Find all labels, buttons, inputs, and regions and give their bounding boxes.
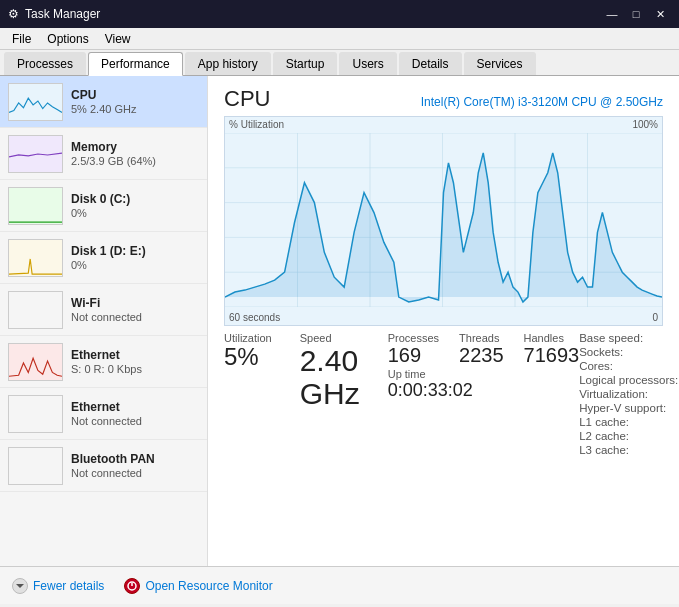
- ethernet1-detail: S: 0 R: 0 Kbps: [71, 363, 199, 375]
- tabs-bar: Processes Performance App history Startu…: [0, 50, 679, 76]
- ethernet2-detail: Not connected: [71, 415, 199, 427]
- cpu-info: CPU 5% 2.40 GHz: [71, 88, 199, 115]
- menu-bar: File Options View: [0, 28, 679, 50]
- counts-block: Processes 169 Threads 2235 Handles 71693: [388, 332, 579, 458]
- title-bar-left: ⚙ Task Manager: [8, 7, 100, 21]
- cpu-thumb: [8, 83, 63, 121]
- chart-zero-label: 0: [652, 312, 658, 323]
- ethernet1-thumb: [8, 343, 63, 381]
- app-icon: ⚙: [8, 7, 19, 21]
- ethernet2-name: Ethernet: [71, 400, 199, 414]
- chart-time-label: 60 seconds: [229, 312, 280, 323]
- disk1-thumb: [8, 239, 63, 277]
- spec-l2: L2 cache: 512 KB: [579, 430, 679, 442]
- cpu-chart-svg: [225, 133, 662, 307]
- disk0-thumb: [8, 187, 63, 225]
- utilization-block: Utilization 5%: [224, 332, 272, 458]
- close-button[interactable]: ✕: [649, 5, 671, 23]
- spec-logical: Logical processors: 4: [579, 374, 679, 386]
- ethernet2-info: Ethernet Not connected: [71, 400, 199, 427]
- menu-options[interactable]: Options: [39, 28, 96, 49]
- processes-block: Processes 169: [388, 332, 439, 366]
- tab-performance[interactable]: Performance: [88, 52, 183, 76]
- threads-block: Threads 2235: [459, 332, 504, 366]
- speed-value: 2.40 GHz: [300, 344, 360, 410]
- svg-rect-6: [9, 396, 62, 432]
- fewer-details-label: Fewer details: [33, 579, 104, 593]
- ethernet1-info: Ethernet S: 0 R: 0 Kbps: [71, 348, 199, 375]
- sidebar-item-memory[interactable]: Memory 2.5/3.9 GB (64%): [0, 128, 207, 180]
- sidebar-item-wifi[interactable]: Wi-Fi Not connected: [0, 284, 207, 336]
- open-monitor-button[interactable]: Open Resource Monitor: [124, 578, 272, 594]
- ethernet2-thumb: [8, 395, 63, 433]
- bluetooth-thumb: [8, 447, 63, 485]
- disk1-detail: 0%: [71, 259, 199, 271]
- specs-section: Base speed: 2.50 GHz Sockets: 1 Cores: 2…: [579, 332, 679, 458]
- cpu-detail: 5% 2.40 GHz: [71, 103, 199, 115]
- processes-label: Processes: [388, 332, 439, 344]
- spec-base-speed: Base speed: 2.50 GHz: [579, 332, 679, 344]
- sidebar-item-disk1[interactable]: Disk 1 (D: E:) 0%: [0, 232, 207, 284]
- open-monitor-label: Open Resource Monitor: [145, 579, 272, 593]
- svg-rect-0: [9, 84, 62, 120]
- title-bar: ⚙ Task Manager — □ ✕: [0, 0, 679, 28]
- tab-app-history[interactable]: App history: [185, 52, 271, 75]
- memory-name: Memory: [71, 140, 199, 154]
- spec-virt: Virtualization: Disabled: [579, 388, 679, 400]
- wifi-info: Wi-Fi Not connected: [71, 296, 199, 323]
- wifi-thumb: [8, 291, 63, 329]
- counts-row: Processes 169 Threads 2235 Handles 71693: [388, 332, 579, 366]
- utilization-value: 5%: [224, 344, 272, 370]
- uptime-block: Up time 0:00:33:02: [388, 368, 579, 401]
- disk0-info: Disk 0 (C:) 0%: [71, 192, 199, 219]
- title-bar-controls: — □ ✕: [601, 5, 671, 23]
- speed-block: Speed 2.40 GHz: [300, 332, 360, 458]
- threads-label: Threads: [459, 332, 504, 344]
- svg-rect-2: [9, 188, 62, 224]
- sidebar-item-ethernet1[interactable]: Ethernet S: 0 R: 0 Kbps: [0, 336, 207, 388]
- svg-rect-3: [9, 240, 62, 276]
- left-panel: CPU 5% 2.40 GHz Memory 2.5/3.9 GB (64%): [0, 76, 208, 566]
- memory-info: Memory 2.5/3.9 GB (64%): [71, 140, 199, 167]
- chart-utilization-label: % Utilization: [229, 119, 284, 130]
- minimize-button[interactable]: —: [601, 5, 623, 23]
- disk0-name: Disk 0 (C:): [71, 192, 199, 206]
- spec-l3: L3 cache: 3.0 MB: [579, 444, 679, 456]
- cpu-chart: % Utilization 100% 60 seconds 0: [224, 116, 663, 326]
- processes-value: 169: [388, 344, 439, 366]
- spec-hyperv: Hyper-V support: Yes: [579, 402, 679, 414]
- tab-startup[interactable]: Startup: [273, 52, 338, 75]
- tab-services[interactable]: Services: [464, 52, 536, 75]
- left-stats: Utilization 5% Speed 2.40 GHz Processes …: [224, 332, 579, 458]
- main-content: CPU 5% 2.40 GHz Memory 2.5/3.9 GB (64%): [0, 76, 679, 566]
- uptime-label: Up time: [388, 368, 579, 380]
- fewer-details-button[interactable]: Fewer details: [12, 578, 104, 594]
- svg-rect-7: [9, 448, 62, 484]
- disk1-info: Disk 1 (D: E:) 0%: [71, 244, 199, 271]
- speed-label: Speed: [300, 332, 360, 344]
- maximize-button[interactable]: □: [625, 5, 647, 23]
- tab-processes[interactable]: Processes: [4, 52, 86, 75]
- wifi-detail: Not connected: [71, 311, 199, 323]
- uptime-value: 0:00:33:02: [388, 380, 579, 401]
- app-title: Task Manager: [25, 7, 100, 21]
- fewer-details-icon: [12, 578, 28, 594]
- tab-users[interactable]: Users: [339, 52, 396, 75]
- chart-max-label: 100%: [632, 119, 658, 130]
- svg-rect-4: [9, 292, 62, 328]
- handles-value: 71693: [524, 344, 580, 366]
- menu-view[interactable]: View: [97, 28, 139, 49]
- sidebar-item-disk0[interactable]: Disk 0 (C:) 0%: [0, 180, 207, 232]
- sidebar-item-ethernet2[interactable]: Ethernet Not connected: [0, 388, 207, 440]
- bluetooth-info: Bluetooth PAN Not connected: [71, 452, 199, 479]
- sidebar-item-cpu[interactable]: CPU 5% 2.40 GHz: [0, 76, 207, 128]
- svg-marker-19: [16, 584, 24, 588]
- tab-details[interactable]: Details: [399, 52, 462, 75]
- memory-thumb: [8, 135, 63, 173]
- spec-cores: Cores: 2: [579, 360, 679, 372]
- handles-label: Handles: [524, 332, 580, 344]
- menu-file[interactable]: File: [4, 28, 39, 49]
- bluetooth-name: Bluetooth PAN: [71, 452, 199, 466]
- sidebar-item-bluetooth[interactable]: Bluetooth PAN Not connected: [0, 440, 207, 492]
- open-monitor-icon: [124, 578, 140, 594]
